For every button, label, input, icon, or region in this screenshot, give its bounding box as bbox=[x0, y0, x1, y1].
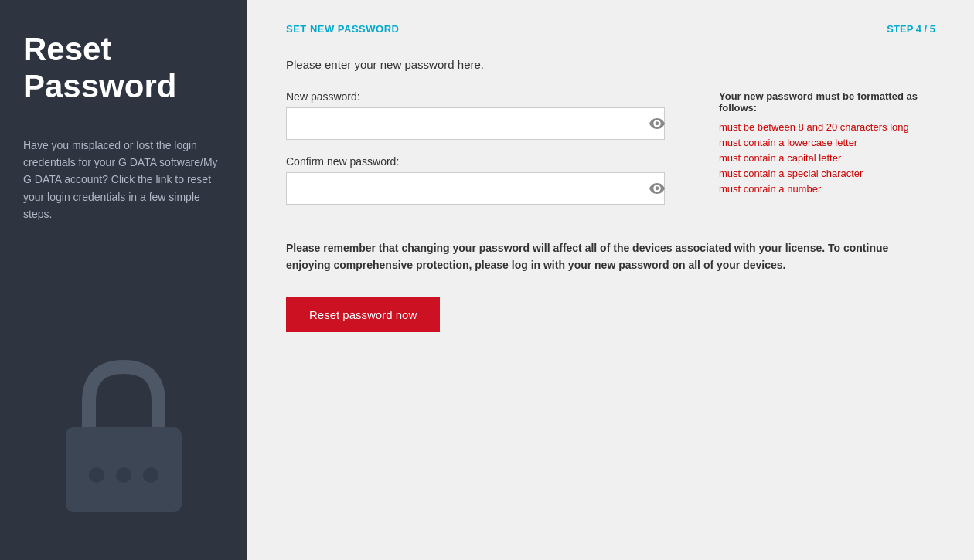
form-fields: New password: Confirm new password: bbox=[286, 90, 673, 220]
section-header: SET NEW PASSWORD STEP 4 / 5 bbox=[286, 23, 935, 35]
lock-icon bbox=[46, 351, 201, 521]
warning-text: Please remember that changing your passw… bbox=[286, 239, 935, 274]
left-panel: Reset Password Have you misplaced or los… bbox=[0, 0, 247, 560]
confirm-password-wrapper bbox=[286, 172, 673, 205]
lock-illustration bbox=[23, 223, 224, 537]
rule-special: must contain a special character bbox=[719, 168, 935, 179]
toggle-new-password-btn[interactable] bbox=[649, 118, 665, 129]
right-panel: SET NEW PASSWORD STEP 4 / 5 Please enter… bbox=[247, 0, 974, 560]
toggle-confirm-password-btn[interactable] bbox=[649, 183, 665, 194]
new-password-label: New password: bbox=[286, 90, 673, 103]
rule-lowercase: must contain a lowercase letter bbox=[719, 137, 935, 148]
reset-password-button[interactable]: Reset password now bbox=[286, 297, 440, 332]
svg-point-1 bbox=[89, 467, 104, 483]
left-description: Have you misplaced or lost the login cre… bbox=[23, 137, 224, 223]
rule-capital: must contain a capital letter bbox=[719, 152, 935, 164]
rules-heading: Your new password must be formatted as f… bbox=[719, 90, 935, 114]
password-rules-box: Your new password must be formatted as f… bbox=[719, 90, 935, 199]
section-title: SET NEW PASSWORD bbox=[286, 23, 399, 35]
page-title: Reset Password bbox=[23, 31, 224, 106]
svg-point-3 bbox=[143, 467, 158, 483]
rule-number: must contain a number bbox=[719, 183, 935, 195]
rule-length: must be between 8 and 20 characters long bbox=[719, 121, 935, 133]
form-section: New password: Confirm new password: bbox=[286, 90, 935, 220]
rules-list: must be between 8 and 20 characters long… bbox=[719, 121, 935, 195]
intro-text: Please enter your new password here. bbox=[286, 58, 935, 71]
new-password-input[interactable] bbox=[286, 107, 665, 140]
eye-icon-confirm bbox=[649, 183, 665, 194]
step-indicator: STEP 4 / 5 bbox=[887, 23, 935, 35]
new-password-wrapper bbox=[286, 107, 673, 140]
eye-icon bbox=[649, 118, 665, 129]
confirm-password-input[interactable] bbox=[286, 172, 665, 205]
confirm-password-label: Confirm new password: bbox=[286, 155, 673, 168]
svg-point-2 bbox=[116, 467, 131, 483]
